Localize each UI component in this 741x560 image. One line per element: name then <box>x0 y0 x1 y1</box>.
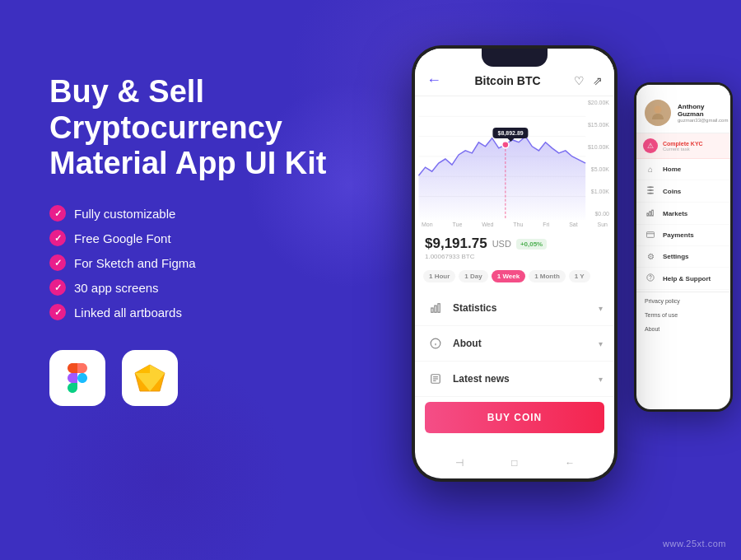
phone-screen: ← Bitcoin BTC ♡ ⇗ $20.00K $15.00K $10.00… <box>415 49 614 478</box>
time-tabs: 1 Hour 1 Day 1 Week 1 Month 1 Y <box>415 265 614 287</box>
latestnews-label: Latest news <box>453 373 599 385</box>
feature-label: 30 app screens <box>74 281 159 295</box>
news-icon <box>426 370 445 388</box>
svg-rect-11 <box>431 308 433 312</box>
link-terms[interactable]: Terms of use <box>636 308 730 322</box>
day-label: Tue <box>452 222 462 227</box>
chart-y-labels: $20.00K $15.00K $10.00K $5.00K $1.00K $0… <box>588 96 609 220</box>
sketch-icon-box <box>122 350 178 406</box>
price-btc: 1.00067933 BTC <box>425 253 604 260</box>
phone-right: Anthony Guzman guzman33@gmail.com ⚠ Comp… <box>634 82 733 412</box>
day-label: Sat <box>569 222 578 227</box>
link-about[interactable]: About <box>636 322 730 336</box>
nav-label-markets: Markets <box>663 210 687 217</box>
home-icon: ⌂ <box>645 165 656 174</box>
header-icons: ♡ ⇗ <box>574 74 603 87</box>
days-row: Mon Tue Wed Thu Fri Sat Sun <box>415 220 614 229</box>
nav-label-home: Home <box>663 166 681 173</box>
price-value: $9,191.75 <box>425 236 487 252</box>
chart-label-y: $1.00K <box>588 189 609 194</box>
nav-item-settings[interactable]: ⚙ Settings <box>636 246 730 268</box>
tab-1year[interactable]: 1 Y <box>569 270 590 282</box>
accordion-about[interactable]: About ▾ <box>415 326 614 362</box>
chart-label-y: $15.00K <box>588 122 609 128</box>
chevron-down-icon: ▾ <box>599 304 603 313</box>
tab-1week[interactable]: 1 Week <box>492 270 525 282</box>
tab-1hour[interactable]: 1 Hour <box>423 270 455 282</box>
nav-item-home[interactable]: ⌂ Home <box>636 159 730 180</box>
phone-bottom-nav: ⊣ □ ← <box>415 452 614 474</box>
nav-recent-icon[interactable]: ← <box>562 455 577 470</box>
kyc-banner[interactable]: ⚠ Complete KYC Current task <box>636 133 730 159</box>
check-icon <box>49 254 66 271</box>
coins-icon <box>645 186 656 196</box>
nav-item-markets[interactable]: Markets <box>636 203 730 225</box>
left-panel: Buy & SellCryptocurrencyMaterial App UI … <box>49 74 362 406</box>
chart-label-y: $0.00 <box>588 211 609 217</box>
day-label: Mon <box>422 222 433 227</box>
feature-label: For Sketch and Figma <box>74 256 196 270</box>
price-currency: USD <box>492 239 511 249</box>
phone-notch <box>482 49 548 67</box>
svg-rect-25 <box>652 210 654 216</box>
svg-rect-12 <box>435 306 436 312</box>
nav-item-help[interactable]: Help & Support <box>636 268 730 290</box>
right-header: Anthony Guzman guzman33@gmail.com <box>636 85 730 133</box>
figma-icon-box <box>49 350 105 406</box>
svg-rect-26 <box>646 232 654 238</box>
nav-item-coins[interactable]: Coins <box>636 180 730 203</box>
chart-svg <box>415 96 614 220</box>
features-list: Fully customizable Free Google Font For … <box>49 205 362 320</box>
tab-1month[interactable]: 1 Month <box>529 270 566 282</box>
chart-label-y: $10.00K <box>588 144 609 150</box>
divider <box>636 292 730 292</box>
feature-label: Linked all artboards <box>74 306 182 320</box>
check-icon <box>49 230 66 246</box>
nav-item-payments[interactable]: Payments <box>636 225 730 246</box>
chart-label-y: $5.00K <box>588 166 609 172</box>
tool-icons <box>49 350 362 406</box>
buy-coin-button[interactable]: BUY COIN <box>425 402 604 433</box>
chevron-down-icon: ▾ <box>599 375 603 384</box>
chart-tooltip: $8,892.89 <box>493 128 529 138</box>
share-icon[interactable]: ⇗ <box>593 74 603 87</box>
page-title: Buy & SellCryptocurrencyMaterial App UI … <box>49 74 362 182</box>
phone-main: ← Bitcoin BTC ♡ ⇗ $20.00K $15.00K $10.00… <box>412 45 618 482</box>
warning-icon: ⚠ <box>643 138 658 153</box>
price-section: $9,191.75 USD +0,05% 1.00067933 BTC <box>415 229 614 265</box>
kyc-info: Complete KYC Current task <box>663 141 703 152</box>
accordion-latestnews[interactable]: Latest news ▾ <box>415 362 614 397</box>
tab-1day[interactable]: 1 Day <box>459 270 487 282</box>
day-label: Fri <box>543 222 549 227</box>
list-item: Linked all artboards <box>49 304 362 320</box>
statistics-label: Statistics <box>453 302 599 314</box>
list-item: Free Google Font <box>49 230 362 246</box>
accordion-statistics[interactable]: Statistics ▾ <box>415 291 614 326</box>
statistics-icon <box>426 299 445 317</box>
user-name: Anthony Guzman <box>678 103 728 118</box>
avatar <box>645 100 671 126</box>
help-icon <box>645 273 656 283</box>
watermark: www.25xt.com <box>663 539 726 548</box>
heart-icon[interactable]: ♡ <box>574 74 585 87</box>
nav-label-settings: Settings <box>663 253 689 260</box>
link-privacy[interactable]: Privacy policy <box>636 294 730 308</box>
nav-label-help: Help & Support <box>663 275 711 282</box>
kyc-title: Complete KYC <box>663 141 703 147</box>
right-phone-screen: Anthony Guzman guzman33@gmail.com ⚠ Comp… <box>636 85 730 409</box>
check-icon <box>49 279 66 296</box>
list-item: 30 app screens <box>49 279 362 296</box>
accordion: Statistics ▾ About ▾ Latest news <box>415 291 614 397</box>
back-button[interactable]: ← <box>426 72 441 89</box>
info-icon <box>426 334 445 352</box>
app-title: Bitcoin BTC <box>474 74 540 87</box>
markets-icon <box>645 208 656 218</box>
feature-label: Free Google Font <box>74 231 171 245</box>
svg-rect-13 <box>438 304 440 313</box>
nav-home-icon[interactable]: □ <box>507 455 522 470</box>
about-label: About <box>453 338 599 349</box>
nav-label-coins: Coins <box>663 188 681 195</box>
day-label: Sun <box>598 222 608 227</box>
kyc-subtitle: Current task <box>663 147 703 152</box>
nav-back-icon[interactable]: ⊣ <box>452 455 467 470</box>
